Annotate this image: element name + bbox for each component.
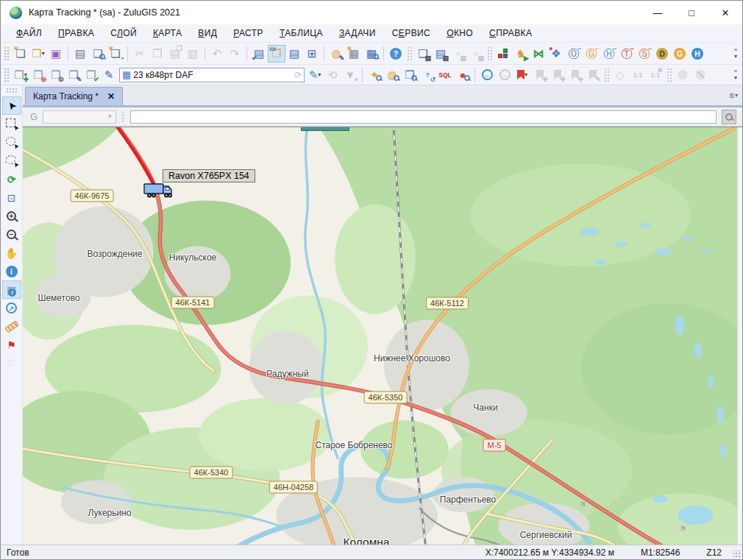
map-scale: М1:82546: [641, 547, 680, 558]
zoom-level: Z12: [706, 547, 722, 558]
layer-settings-button[interactable]: ❒⚙: [47, 66, 65, 84]
badge-d-button[interactable]: D: [653, 45, 671, 63]
toolbar-overflow-button[interactable]: »▾: [730, 47, 741, 60]
search-address-button[interactable]: ●: [454, 66, 472, 84]
menu-window[interactable]: ОКНО: [438, 26, 481, 40]
print-map-button[interactable]: ❏▤: [414, 45, 432, 63]
add-flag-tool[interactable]: ⚑: [2, 336, 21, 354]
zoom-out-tool[interactable]: −: [2, 225, 21, 244]
resize-grip[interactable]: [733, 550, 741, 558]
menu-tasks[interactable]: ЗАДАЧИ: [331, 26, 384, 40]
map-explorer-button[interactable]: ❒▭: [268, 45, 285, 63]
back-button[interactable]: ←: [478, 66, 496, 84]
vehicle-marker-truck-icon[interactable]: [143, 180, 173, 204]
menu-bar: ФАЙЛПРАВКАСЛОЙКАРТАВИДРАСТРТАБЛИЦАЗАДАЧИ…: [1, 24, 742, 43]
search-key-button[interactable]: ✦: [366, 66, 383, 84]
badge-g-button[interactable]: G: [671, 45, 689, 63]
sidebar-grip[interactable]: [6, 88, 18, 93]
tab-list-button[interactable]: ≡▾: [729, 91, 738, 100]
full-extent-tool[interactable]: ⊡: [2, 188, 21, 207]
style-pencil-button[interactable]: ✎▾: [306, 66, 324, 84]
place-label: Сергиевский: [520, 530, 572, 540]
place-label: Радужный: [266, 369, 308, 379]
select-rect-tool[interactable]: ➤: [2, 115, 21, 133]
edit-database-button[interactable]: ◍✎: [327, 45, 345, 63]
search-input[interactable]: [130, 110, 717, 124]
badge-h-button[interactable]: H: [689, 45, 706, 63]
menu-map[interactable]: КАРТА: [145, 26, 190, 40]
refresh-map-tool[interactable]: ⟳: [2, 170, 21, 188]
remove-layer-button[interactable]: ❒⊖: [29, 66, 47, 84]
toolbar-grip[interactable]: [4, 46, 9, 61]
add-layer-button[interactable]: ❒✚▾: [12, 66, 29, 84]
menu-view[interactable]: ВИД: [190, 26, 225, 40]
tracking-button[interactable]: ♞▶: [512, 45, 530, 63]
menu-layer[interactable]: СЛОЙ: [102, 26, 145, 40]
select-lasso-tool[interactable]: ➤: [2, 152, 21, 170]
undo-edit-button: ⟲: [324, 66, 341, 84]
layer-props-button[interactable]: ❒✔: [82, 66, 100, 84]
goto-tool[interactable]: ↗: [2, 299, 21, 317]
blocks-button[interactable]: [494, 45, 512, 63]
network-o-button[interactable]: Ⓞ–: [565, 45, 583, 63]
toolbar-grip[interactable]: [4, 68, 9, 82]
select-tool[interactable]: ➤: [2, 96, 21, 115]
network-g-button[interactable]: Ⓖ–: [583, 45, 600, 63]
search-divider: [121, 111, 125, 123]
network-s-button[interactable]: Ⓢ–: [636, 45, 653, 63]
maximize-button[interactable]: □: [675, 1, 708, 24]
select-circle-tool[interactable]: ➤: [2, 133, 21, 152]
menu-raster[interactable]: РАСТР: [225, 26, 271, 40]
road-shield: 46К-5141: [171, 297, 215, 309]
layer-list-button[interactable]: ▤✔: [250, 45, 268, 63]
scale-one-button: 1:1: [629, 66, 647, 84]
help-button[interactable]: ?: [387, 45, 405, 63]
sql-button[interactable]: SQL: [436, 66, 454, 84]
layer-edit-button[interactable]: ❒✎: [65, 66, 82, 84]
road-shield: 46К-5350: [364, 391, 408, 404]
zoom-in-tool[interactable]: +: [2, 207, 21, 225]
search-button: [722, 110, 736, 124]
search-relations-button[interactable]: ?↺: [419, 66, 436, 84]
info-tool[interactable]: i: [2, 262, 21, 280]
bookmarks-button[interactable]: ▾: [513, 66, 531, 84]
place-label: Нижнее Хорошово: [374, 353, 450, 364]
place-label: Старое Бобренево: [315, 440, 392, 450]
new-map-button[interactable]: ❏✶: [12, 45, 29, 63]
measure-tool[interactable]: [2, 317, 21, 336]
toolbar-overflow-button[interactable]: »▾: [730, 68, 741, 82]
tab-map-tracking[interactable]: Карта Tracking * ✕: [25, 87, 123, 105]
new-report-button[interactable]: ❏✶▪: [107, 45, 124, 63]
object-info-tool[interactable]: ▦i: [2, 280, 21, 299]
edit-mode-button[interactable]: ✎: [100, 66, 118, 84]
layer-combo[interactable]: ▦23 к848рт DAF⟳: [119, 68, 305, 82]
search-layer-button[interactable]: ❒: [401, 66, 419, 84]
place-label: Чанки: [473, 403, 497, 413]
save-button[interactable]: ▣: [47, 45, 65, 63]
search-icon: [725, 113, 733, 121]
tab-close-icon[interactable]: ✕: [107, 91, 115, 102]
menu-edit[interactable]: ПРАВКА: [50, 26, 102, 40]
print-button[interactable]: ▤: [71, 45, 89, 63]
print-window-button[interactable]: ▤▤: [432, 45, 449, 63]
menu-table[interactable]: ТАБЛИЦА: [271, 26, 331, 40]
table-find-button[interactable]: ▦: [363, 45, 380, 63]
close-button[interactable]: ✕: [708, 1, 742, 24]
network-h-button[interactable]: Ⓗ–: [600, 45, 618, 63]
menu-help[interactable]: СПРАВКА: [481, 26, 540, 40]
minimize-button[interactable]: —: [641, 1, 675, 24]
network-tree-button[interactable]: ❖●: [547, 45, 565, 63]
search-db-button[interactable]: ◍: [383, 66, 401, 84]
print-preview-button[interactable]: ❏: [89, 45, 107, 63]
pan-tool[interactable]: ✋: [2, 244, 21, 262]
network-t-button[interactable]: Ⓣ–: [618, 45, 636, 63]
new-window-button[interactable]: ⊞: [303, 45, 321, 63]
map-viewport[interactable]: 46К-967546К-514146К-511246К-535046К-5340…: [23, 127, 737, 545]
open-button[interactable]: ❒▾: [29, 45, 47, 63]
legend-button[interactable]: ▤: [285, 45, 303, 63]
menu-file[interactable]: ФАЙЛ: [8, 26, 50, 40]
menu-service[interactable]: СЕРВИС: [384, 26, 438, 40]
valve-button[interactable]: ⋈: [530, 45, 547, 63]
new-table-button[interactable]: ▦✶: [345, 45, 363, 63]
print-fragment-button: ▫▤: [467, 45, 485, 63]
